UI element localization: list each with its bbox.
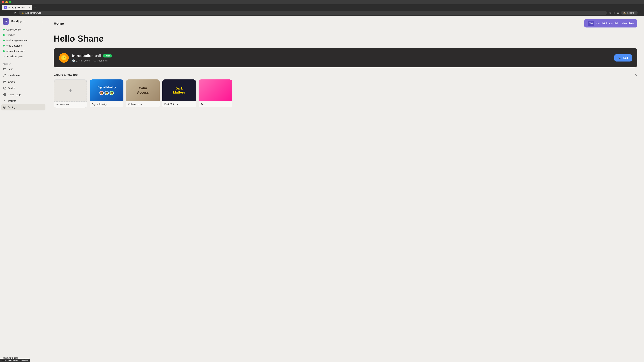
nav-item-label: Events: [8, 80, 15, 83]
url-hint: https://app.homerun.co/settings: [0, 359, 30, 362]
section-arrow-icon: ▾: [12, 63, 12, 65]
job-item-web-developer[interactable]: Web Developer: [1, 43, 46, 48]
close-window-btn[interactable]: [2, 1, 4, 3]
check-icon: [3, 86, 6, 90]
new-tab-btn[interactable]: +: [33, 5, 38, 10]
sidebar-item-events[interactable]: Events: [1, 79, 46, 85]
close-section-btn[interactable]: ✕: [634, 73, 637, 77]
job-title: Content Writer: [6, 28, 22, 31]
sidebar-item-candidates[interactable]: Candidates: [1, 72, 46, 79]
phone-icon: 📞: [93, 59, 96, 62]
incognito-label: Incognito: [627, 11, 636, 14]
job-item-teacher[interactable]: Teacher: [1, 32, 46, 38]
svg-point-1: [4, 74, 5, 75]
incognito-badge: 🕵 Incognito: [621, 11, 638, 15]
call-button-label: Call: [623, 56, 628, 59]
nav-item-label: To-dos: [8, 87, 15, 89]
maximize-window-btn[interactable]: [9, 1, 11, 3]
calendar-icon: [3, 80, 6, 83]
clock-icon: 🕐: [72, 59, 75, 62]
forward-btn[interactable]: →: [8, 11, 12, 15]
nav-item-label: Settings: [8, 106, 16, 109]
download-icon[interactable]: ⬇: [613, 11, 615, 14]
job-status-dot: [3, 34, 5, 36]
back-btn[interactable]: ←: [2, 11, 7, 15]
job-status-dot-inactive: [3, 56, 5, 57]
job-title: Marketing Associate: [6, 39, 27, 42]
templates-grid: + No template Digital Identity 👩 👦: [54, 79, 637, 108]
brand[interactable]: M Moodjoy ▾: [3, 18, 24, 25]
template-thumb-rac: [198, 79, 232, 101]
job-title: Visual Designer: [6, 55, 23, 58]
job-item-visual-designer[interactable]: Visual Designer: [1, 54, 46, 59]
job-status-dot: [3, 29, 5, 30]
window-controls: [2, 1, 11, 3]
job-item-marketing-associate[interactable]: Marketing Associate: [1, 38, 46, 43]
template-thumb-digital-identity: Digital Identity 👩 👦 👩: [90, 79, 124, 101]
trial-badge: 14 Days left in your trial View plans: [584, 19, 637, 27]
template-label: Digital Identity: [90, 101, 124, 107]
brand-name: Moodjoy: [11, 20, 22, 23]
tab-close-btn[interactable]: ✕: [28, 6, 30, 8]
main-content: Home 14 Days left in your trial View pla…: [47, 16, 644, 362]
url-bar[interactable]: 🔒 app.homerun.co: [19, 11, 607, 15]
intro-avatar: 🙂: [59, 53, 69, 63]
call-phone-icon: 📞: [618, 56, 622, 59]
incognito-icon: 🕵: [623, 11, 626, 14]
sidebar-item-insights[interactable]: Insights: [1, 98, 46, 104]
trial-text: Days left in your trial: [596, 22, 618, 25]
section-title-row: Create a new job ✕: [54, 73, 637, 77]
job-status-dot: [3, 50, 5, 52]
minimize-window-btn[interactable]: [5, 1, 8, 3]
template-label: Rac...: [198, 101, 232, 107]
call-button[interactable]: 📞 Call: [614, 54, 632, 61]
today-badge: Today: [103, 54, 112, 57]
reload-btn[interactable]: ↻: [13, 11, 17, 15]
sidebar-scroll: Content Writer Teacher Marketing Associa…: [0, 27, 47, 355]
intro-meta: 🕐 23:45 - 00:00 📞 Phone call: [72, 59, 112, 62]
greeting-heading: Hello Shane: [54, 33, 637, 43]
globe-icon: [3, 93, 6, 96]
nav-buttons: ← → ↻: [2, 11, 17, 15]
nav-item-label: Career page: [8, 93, 21, 96]
people-icon: [3, 74, 6, 77]
template-thumb-calm: CalmAccess: [126, 79, 160, 101]
job-title: Teacher: [6, 34, 15, 36]
template-card-dark-matters[interactable]: DarkMatters Dark Matters: [162, 79, 196, 108]
sidebar-collapse-btn[interactable]: «: [41, 19, 44, 24]
brand-dropdown-icon: ▾: [24, 20, 24, 23]
template-card-blank[interactable]: + No template: [54, 79, 87, 108]
sidebar-item-career-page[interactable]: Career page: [1, 91, 46, 98]
svg-rect-2: [4, 81, 6, 83]
job-item-account-manager[interactable]: Account Manager: [1, 48, 46, 54]
nav-item-label: Candidates: [8, 74, 20, 77]
template-label: Dark Matters: [162, 101, 196, 107]
call-time-text: 23:45 - 00:00: [76, 59, 90, 62]
template-card-calm-access[interactable]: CalmAccess Calm Access: [126, 79, 160, 108]
template-card-rac[interactable]: Rac...: [198, 79, 232, 108]
active-tab[interactable]: M Moodjoy - Homerun ✕: [2, 5, 32, 10]
section-label-text: Moodjoy: [3, 63, 10, 65]
address-bar: ← → ↻ 🔒 app.homerun.co ☆ ⬇ ▭ 🕵 Incognito…: [0, 10, 644, 16]
sidebar: M Moodjoy ▾ « Content Writer Teacher Mar…: [0, 16, 47, 362]
moodjoy-section-label[interactable]: Moodjoy ▾: [1, 62, 46, 66]
sidebar-item-jobs[interactable]: Jobs: [1, 66, 46, 72]
url-hint-text: https://app.homerun.co/settings: [2, 359, 28, 361]
sidebar-item-settings[interactable]: Settings: [1, 104, 46, 110]
sidebar-item-todos[interactable]: To-dos: [1, 85, 46, 91]
nav-list: Jobs Candidates Events: [1, 66, 46, 110]
bookmark-icon[interactable]: ☆: [609, 11, 611, 14]
app: M Moodjoy ▾ « Content Writer Teacher Mar…: [0, 16, 644, 362]
view-plans-link[interactable]: View plans: [620, 22, 634, 25]
intro-card: 🙂 Introduction call Today 🕐 23:45 - 00:0…: [54, 48, 637, 67]
tab-bar: M Moodjoy - Homerun ✕ +: [0, 4, 644, 10]
menu-icon[interactable]: ⋮: [639, 11, 642, 14]
call-type: 📞 Phone call: [93, 59, 108, 62]
template-card-digital-identity[interactable]: Digital Identity 👩 👦 👩 Digital Identity: [90, 79, 124, 108]
extension-icon[interactable]: ▭: [617, 11, 619, 14]
tab-title: Moodjoy - Homerun: [8, 6, 27, 9]
intro-call-title: Introduction call: [72, 54, 101, 58]
intro-card-left: 🙂 Introduction call Today 🕐 23:45 - 00:0…: [59, 53, 112, 63]
job-item-content-writer[interactable]: Content Writer: [1, 27, 46, 32]
lock-icon: 🔒: [21, 11, 24, 14]
